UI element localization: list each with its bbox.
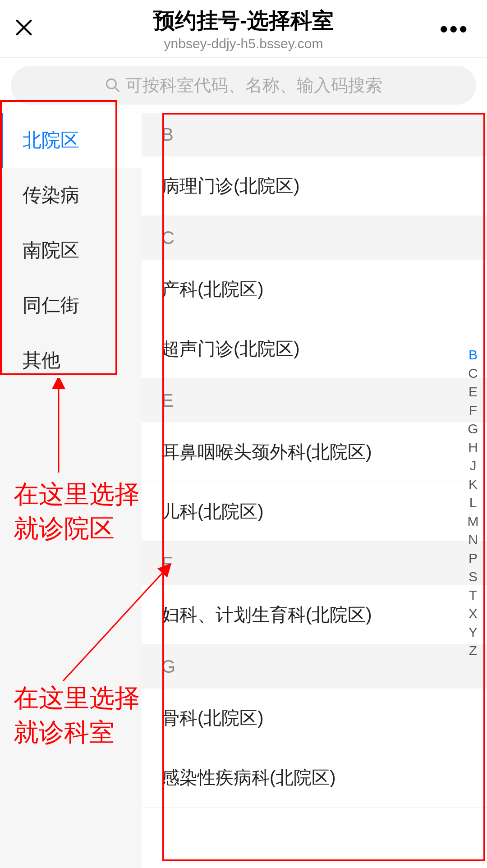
content-area: 北院区 传染病 南院区 同仁街 其他 B 病理门诊(北院区) C 产科(北院区)… <box>0 113 487 868</box>
section-header-e: E <box>142 379 487 423</box>
dept-item[interactable]: 产科(北院区) <box>142 260 487 319</box>
sidebar-item-label: 其他 <box>23 348 60 373</box>
close-button[interactable] <box>14 13 45 44</box>
search-icon <box>105 77 121 93</box>
sidebar-item-label: 南院区 <box>23 238 79 263</box>
search-placeholder: 可按科室代码、名称、输入码搜索 <box>125 74 382 97</box>
dept-item[interactable]: 妇科、计划生育科(北院区) <box>142 585 487 645</box>
alpha-index: B C E F G H J K L M N P S T X Y Z <box>465 347 481 658</box>
index-letter[interactable]: T <box>465 588 481 603</box>
index-letter[interactable]: K <box>465 477 481 492</box>
index-letter[interactable]: Z <box>465 643 481 658</box>
section-header-f: F <box>142 542 487 585</box>
index-letter[interactable]: S <box>465 569 481 584</box>
index-letter[interactable]: Y <box>465 625 481 640</box>
sidebar-item-label: 传染病 <box>23 183 79 208</box>
index-letter[interactable]: M <box>465 514 481 529</box>
index-letter[interactable]: G <box>465 421 481 436</box>
campus-sidebar: 北院区 传染病 南院区 同仁街 其他 <box>0 113 142 868</box>
index-letter[interactable]: P <box>465 551 481 566</box>
dept-item[interactable]: 感染性疾病科(北院区) <box>142 748 487 808</box>
index-letter[interactable]: F <box>465 403 481 418</box>
close-icon <box>14 17 34 38</box>
section-header-b: B <box>142 113 487 156</box>
sidebar-item-label: 北院区 <box>23 128 79 153</box>
sidebar-item-infectious[interactable]: 传染病 <box>0 168 142 223</box>
index-letter[interactable]: N <box>465 532 481 547</box>
dept-item[interactable]: 骨科(北院区) <box>142 689 487 748</box>
page-subtitle: ynbsey-ddjy-h5.bssey.com <box>0 36 487 51</box>
index-letter[interactable]: H <box>465 440 481 455</box>
index-letter[interactable]: E <box>465 384 481 400</box>
index-letter[interactable]: J <box>465 458 481 473</box>
sidebar-item-north[interactable]: 北院区 <box>0 113 142 168</box>
index-letter[interactable]: B <box>465 347 481 363</box>
page-title: 预约挂号-选择科室 <box>0 6 487 35</box>
section-header-g: G <box>142 645 487 689</box>
index-letter[interactable]: X <box>465 606 481 621</box>
dept-item[interactable]: 儿科(北院区) <box>142 482 487 542</box>
sidebar-item-tongren[interactable]: 同仁街 <box>0 278 142 333</box>
svg-line-1 <box>115 87 119 92</box>
sidebar-item-label: 同仁街 <box>23 293 79 318</box>
sidebar-item-south[interactable]: 南院区 <box>0 223 142 278</box>
search-container: 可按科室代码、名称、输入码搜索 <box>0 58 487 113</box>
dept-item[interactable]: 耳鼻咽喉头颈外科(北院区) <box>142 423 487 482</box>
dept-item[interactable]: 超声门诊(北院区) <box>142 319 487 379</box>
index-letter[interactable]: C <box>465 366 481 381</box>
search-input[interactable]: 可按科室代码、名称、输入码搜索 <box>11 66 476 105</box>
sidebar-item-other[interactable]: 其他 <box>0 333 142 388</box>
dept-item[interactable]: 病理门诊(北院区) <box>142 156 487 216</box>
index-letter[interactable]: L <box>465 495 481 510</box>
more-button[interactable]: ••• <box>440 16 469 42</box>
app-header: 预约挂号-选择科室 ynbsey-ddjy-h5.bssey.com ••• <box>0 0 487 58</box>
section-header-c: C <box>142 216 487 260</box>
department-list: B 病理门诊(北院区) C 产科(北院区) 超声门诊(北院区) E 耳鼻咽喉头颈… <box>142 113 487 868</box>
